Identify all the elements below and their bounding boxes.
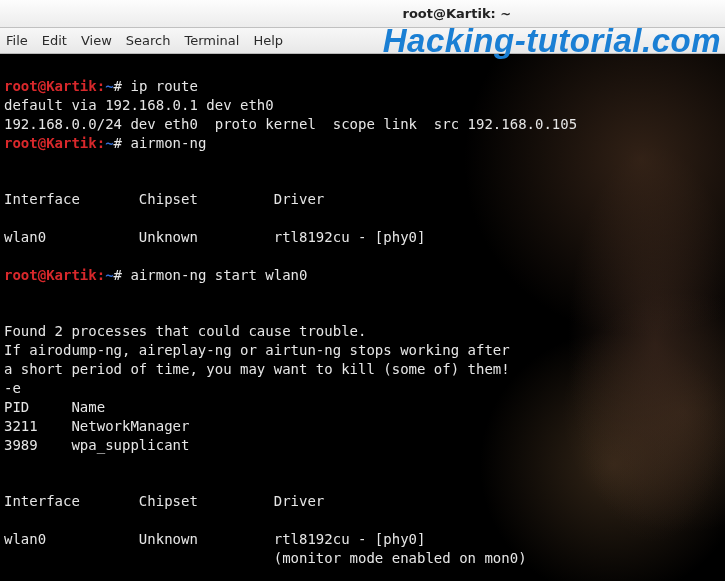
output-line: PID Name xyxy=(4,399,105,415)
menu-help[interactable]: Help xyxy=(253,33,283,48)
terminal-viewport[interactable]: root@Kartik:~# ip route default via 192.… xyxy=(0,54,725,581)
prompt-userhost: root@Kartik xyxy=(4,135,97,151)
output-line: default via 192.168.0.1 dev eth0 xyxy=(4,97,274,113)
output-line: a short period of time, you may want to … xyxy=(4,361,510,377)
output-line: 3211 NetworkManager xyxy=(4,418,189,434)
output-line: (monitor mode enabled on mon0) xyxy=(4,550,527,566)
prompt-symbol: # xyxy=(114,135,122,151)
prompt-path: ~ xyxy=(105,135,113,151)
menu-search[interactable]: Search xyxy=(126,33,171,48)
command-line: ip route xyxy=(130,78,197,94)
prompt-userhost: root@Kartik xyxy=(4,78,97,94)
output-line: Interface Chipset Driver xyxy=(4,191,324,207)
menu-edit[interactable]: Edit xyxy=(42,33,67,48)
command-line: airmon-ng xyxy=(130,135,206,151)
prompt-symbol: # xyxy=(114,267,122,283)
output-line: -e xyxy=(4,380,21,396)
prompt-path: ~ xyxy=(105,267,113,283)
command-line: airmon-ng start wlan0 xyxy=(130,267,307,283)
output-line: 3989 wpa_supplicant xyxy=(4,437,189,453)
menu-view[interactable]: View xyxy=(81,33,112,48)
output-line: Interface Chipset Driver xyxy=(4,493,324,509)
output-line: wlan0 Unknown rtl8192cu - [phy0] xyxy=(4,531,425,547)
window-title: root@Kartik: ~ xyxy=(403,6,512,21)
output-line: If airodump-ng, aireplay-ng or airtun-ng… xyxy=(4,342,510,358)
prompt-path: ~ xyxy=(105,78,113,94)
prompt-symbol: # xyxy=(114,78,122,94)
prompt-userhost: root@Kartik xyxy=(4,267,97,283)
terminal-output: root@Kartik:~# ip route default via 192.… xyxy=(0,54,725,581)
menubar: File Edit View Search Terminal Help Hack… xyxy=(0,28,725,54)
window-titlebar: root@Kartik: ~ xyxy=(0,0,725,28)
menu-terminal[interactable]: Terminal xyxy=(184,33,239,48)
menu-file[interactable]: File xyxy=(6,33,28,48)
output-line: wlan0 Unknown rtl8192cu - [phy0] xyxy=(4,229,425,245)
output-line: 192.168.0.0/24 dev eth0 proto kernel sco… xyxy=(4,116,577,132)
output-line: Found 2 processes that could cause troub… xyxy=(4,323,366,339)
